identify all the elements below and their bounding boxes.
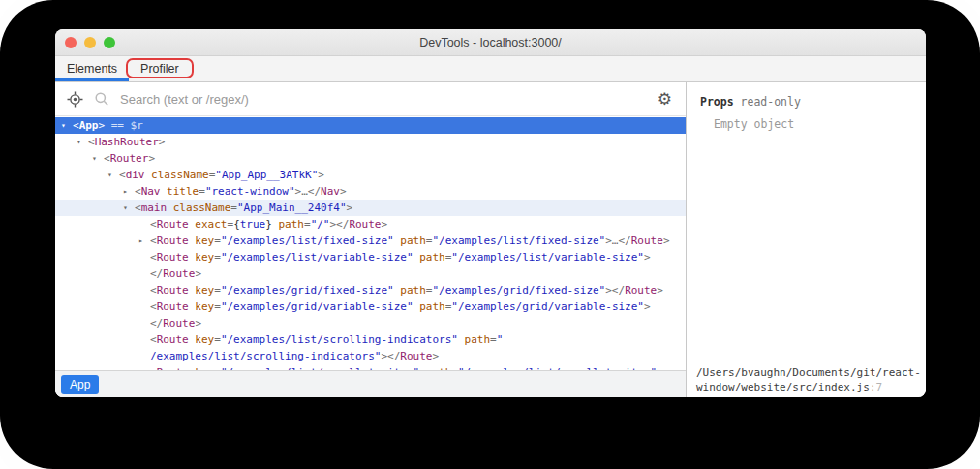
code-attr: key	[189, 300, 215, 313]
code-attr: key	[189, 234, 215, 247]
disclosure-triangle[interactable]: ▾	[77, 134, 88, 150]
code-p: =	[304, 218, 311, 231]
tree-row[interactable]: ▾<Router>	[55, 150, 686, 167]
settings-gear-icon[interactable]: ⚙	[658, 91, 672, 108]
code-str: "/examples/list/scroll-to-item"	[458, 366, 657, 370]
code-str: "/"	[311, 218, 330, 231]
tab-profiler-label: Profiler	[140, 62, 179, 76]
code-p: <	[150, 333, 157, 346]
code-tag: Router	[110, 152, 149, 165]
tree-row[interactable]: </Route>	[55, 315, 686, 331]
code-tag: Route	[157, 251, 189, 264]
search-input[interactable]	[120, 92, 647, 107]
disclosure-triangle[interactable]: ▸	[123, 183, 135, 200]
tree-row[interactable]: ▸<Nav title="react-window">…</Nav>	[55, 183, 686, 200]
tree-row[interactable]: <Route key="/examples/list/variable-size…	[55, 249, 686, 266]
code-attr: path	[458, 333, 490, 346]
code-str: "/examples/list/fixed-size"	[432, 234, 605, 247]
code-attr: path	[394, 234, 426, 247]
code-p: ></	[330, 218, 350, 231]
code-str: "/examples/grid/variable-size"	[451, 300, 644, 313]
code-p: <	[150, 251, 157, 264]
disclosure-triangle[interactable]: ▾	[61, 117, 73, 134]
tree-row[interactable]: ▾<main className="App_Main__240f4">	[55, 200, 686, 216]
code-tag: main	[141, 202, 168, 214]
props-title: Props	[700, 95, 734, 109]
source-path-text: /Users/bvaughn/Documents/git/react-windo…	[696, 366, 921, 393]
code-p: =	[214, 333, 221, 346]
search-icon	[94, 91, 109, 107]
disclosure-triangle[interactable]: ▸	[138, 233, 150, 249]
tree-row[interactable]: <Route exact={true} path="/"></Route>	[55, 216, 686, 233]
code-str: "App_App__3ATkK"	[215, 169, 318, 181]
tree-row[interactable]: <Route key="/examples/grid/variable-size…	[55, 298, 686, 315]
code-meta: == $r	[105, 119, 143, 132]
code-p: <	[150, 218, 157, 231]
code-p: =	[451, 366, 458, 370]
search-toolbar: ⚙	[55, 82, 686, 116]
main-content: ⚙ ▾<App> == $r▾<HashRouter>▾<Router>▾<di…	[55, 82, 926, 397]
code-tag: Route	[349, 218, 381, 231]
code-p: =	[490, 333, 497, 346]
code-tag: Route	[157, 234, 189, 247]
tree-row[interactable]: ▸<Route key="/examples/list/fixed-size" …	[55, 233, 686, 249]
code-tag: App	[79, 119, 99, 132]
props-readonly-label: read-only	[741, 95, 801, 109]
code-p: =	[214, 300, 221, 313]
code-str: "/examples/list/variable-size"	[451, 251, 644, 264]
tab-elements[interactable]: Elements	[55, 56, 129, 81]
code-attr: className	[145, 169, 209, 181]
code-p: >	[318, 169, 324, 181]
code-p: <	[135, 202, 141, 214]
breadcrumb-app-badge[interactable]: App	[61, 375, 99, 394]
tree-row[interactable]: <Route key="/examples/grid/fixed-size" p…	[55, 282, 686, 298]
code-p: >	[347, 202, 353, 214]
inspect-element-icon[interactable]	[67, 91, 83, 108]
props-panel: Props read-only Empty object /Users/bvau…	[686, 82, 926, 397]
code-p: =	[214, 234, 221, 247]
elements-panel: ⚙ ▾<App> == $r▾<HashRouter>▾<Router>▾<di…	[55, 82, 686, 397]
props-header: Props read-only	[687, 82, 926, 109]
code-p: <	[150, 300, 157, 313]
tab-profiler[interactable]: Profiler	[129, 56, 191, 81]
code-p: >	[657, 284, 663, 297]
code-tag: Route	[157, 366, 189, 370]
tree-row[interactable]: ▾<HashRouter>	[55, 134, 686, 150]
code-p: >	[663, 234, 670, 247]
code-attr: key	[189, 284, 215, 297]
code-p: >	[382, 218, 388, 231]
code-tag: Route	[157, 300, 189, 313]
disclosure-triangle[interactable]: ▾	[107, 167, 119, 183]
code-attr: title	[161, 185, 199, 198]
disclosure-triangle[interactable]: ▾	[92, 150, 104, 167]
disclosure-triangle[interactable]: ▾	[123, 200, 135, 216]
code-p: >	[148, 152, 155, 165]
code-p: <	[104, 152, 110, 165]
code-str: "react-window"	[205, 185, 295, 198]
code-tag: Route	[631, 234, 663, 247]
code-str: "/examples/list/scrolling-indicators"	[221, 333, 458, 346]
tab-elements-label: Elements	[67, 62, 117, 76]
code-tag: Nav	[141, 185, 161, 198]
code-p: ></	[605, 284, 625, 297]
code-p: </	[150, 267, 163, 280]
code-tag: Route	[157, 333, 189, 346]
code-str: "/examples/grid/fixed-size"	[432, 284, 605, 297]
code-str: "	[497, 333, 504, 346]
code-str: "/examples/grid/fixed-size"	[221, 284, 394, 297]
tree-row[interactable]: ▾<div className="App_App__3ATkK">	[55, 167, 686, 183]
tree-row[interactable]: <Route key="/examples/list/scroll-to-ite…	[55, 364, 686, 370]
component-tree: ▾<App> == $r▾<HashRouter>▾<Router>▾<div …	[55, 116, 686, 370]
code-p: >	[159, 136, 166, 148]
tree-row[interactable]: <Route key="/examples/list/scrolling-ind…	[55, 331, 686, 348]
code-str: "/examples/list/scroll-to-item"	[221, 366, 419, 370]
breadcrumb-bar: App	[55, 370, 686, 397]
code-str: "/examples/list/fixed-size"	[221, 234, 394, 247]
tree-row[interactable]: /examples/list/scrolling-indicators"></R…	[55, 348, 686, 364]
code-p: <	[150, 234, 157, 247]
tree-row[interactable]: </Route>	[55, 266, 686, 282]
window-titlebar: DevTools - localhost:3000/	[55, 29, 926, 56]
code-p: >	[195, 317, 201, 329]
code-p: =	[214, 366, 221, 370]
tree-row[interactable]: ▾<App> == $r	[55, 117, 686, 134]
